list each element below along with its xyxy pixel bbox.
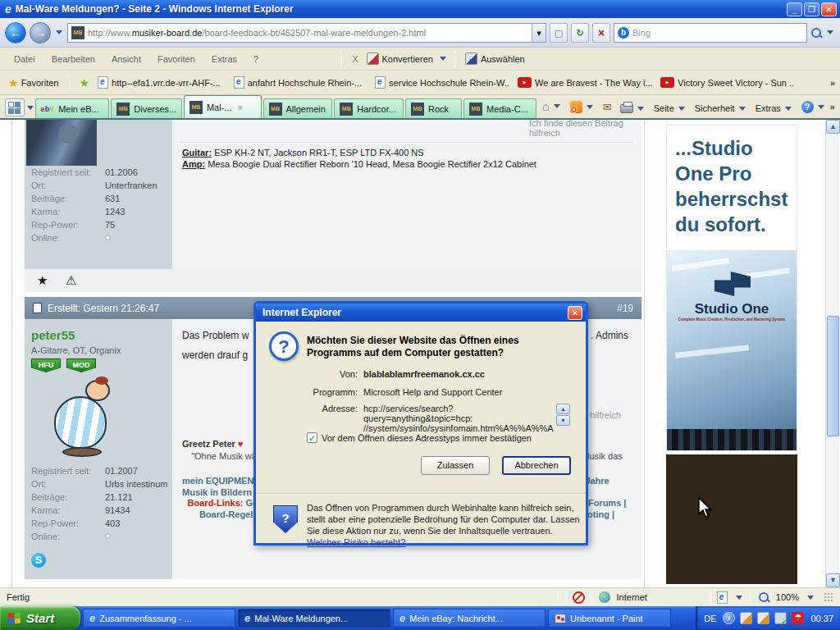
confirm-checkbox[interactable]: ✓ xyxy=(307,432,317,443)
convert-dropdown-icon[interactable] xyxy=(440,57,446,61)
history-dropdown-icon[interactable] xyxy=(56,30,62,34)
commandbar-overflow-icon[interactable]: » xyxy=(830,102,835,112)
window-titlebar[interactable]: e Mal-Ware Meldungen? - Seite 2 - Window… xyxy=(0,0,840,18)
read-mail-button[interactable]: ✉ xyxy=(599,98,616,116)
tab-malware-active[interactable]: MBMal-...× xyxy=(184,95,262,118)
zoom-level[interactable]: 100% xyxy=(776,592,799,602)
taskbar-task-zusammenfassung[interactable]: eZusammenfassung - ... xyxy=(83,609,235,628)
help-button[interactable]: ? xyxy=(797,98,830,116)
tab-media-c[interactable]: MBMedia-C... xyxy=(463,98,536,118)
signature-greeting: Greetz Peter ♥ xyxy=(182,439,243,449)
zoom-icon[interactable] xyxy=(758,591,769,603)
close-button[interactable]: ✕ xyxy=(821,2,837,16)
menu-ansicht[interactable]: Ansicht xyxy=(104,52,148,66)
dark-ad[interactable] xyxy=(666,454,797,584)
post-username[interactable]: peter55 xyxy=(31,328,75,342)
helpful-link-fragment[interactable]: g hilfreich xyxy=(582,410,621,420)
prev-post-profile-panel: Registriert seit: 01.2006 Ort: Unterfran… xyxy=(25,120,172,269)
von-value: blablablamrfreemanok.cx.cc xyxy=(363,369,485,379)
avira-tray-icon[interactable]: ☂ xyxy=(792,612,804,624)
language-indicator[interactable]: DE xyxy=(704,614,716,623)
favorites-button[interactable]: ★ Favoriten xyxy=(5,75,62,91)
stop-button[interactable]: × xyxy=(592,23,610,43)
search-button-icon[interactable] xyxy=(810,27,822,39)
favorite-link[interactable]: ▶We are Bravest - The Way i... xyxy=(513,75,652,90)
scroll-thumb[interactable] xyxy=(827,316,839,436)
tab-diverses[interactable]: MBDiverses... xyxy=(111,98,182,118)
menu-hilfe[interactable]: ? xyxy=(246,52,266,66)
menu-bearbeiten[interactable]: Bearbeiten xyxy=(44,52,103,66)
start-button[interactable]: Start xyxy=(0,606,80,630)
dialog-titlebar[interactable]: Internet Explorer ✕ xyxy=(256,304,586,322)
convert-button[interactable]: Konvertieren xyxy=(363,51,436,66)
favorite-link[interactable]: service Hochschule Rhein-W... xyxy=(370,74,509,91)
java-tray-icon[interactable] xyxy=(757,612,769,624)
vertical-scrollbar[interactable]: ▲ ▼ xyxy=(825,120,839,587)
cancel-button[interactable]: Abbrechen xyxy=(502,456,571,475)
dialog-body: ? Möchten Sie dieser Website das Öffnen … xyxy=(256,322,586,543)
menu-favoriten[interactable]: Favoriten xyxy=(150,52,203,66)
minimize-button[interactable]: _ xyxy=(787,2,802,16)
avatar-image[interactable] xyxy=(26,120,97,166)
select-button[interactable]: Auswählen xyxy=(462,51,528,66)
tab-rock[interactable]: MBRock xyxy=(405,98,462,118)
home-button[interactable]: ⌂ xyxy=(538,97,566,116)
allow-button[interactable]: Zulassen xyxy=(421,456,490,475)
tab-close-icon[interactable]: × xyxy=(238,103,243,112)
restore-button[interactable]: ❐ xyxy=(804,2,819,16)
resize-grip[interactable] xyxy=(824,592,833,602)
compatibility-view-button[interactable]: ▢ xyxy=(550,23,568,43)
report-warning-icon[interactable]: ⚠ xyxy=(66,273,76,288)
pdfbar-close-button[interactable]: X xyxy=(349,52,361,66)
dialog-close-button[interactable]: ✕ xyxy=(568,306,582,320)
risk-link[interactable]: Welches Risiko besteht? xyxy=(307,537,405,547)
mb-favicon: MB xyxy=(116,103,130,116)
avatar-obelix[interactable] xyxy=(48,378,130,460)
favorite-link[interactable]: anfahrt Hochschule Rhein-... xyxy=(229,74,367,91)
back-button[interactable]: ← xyxy=(5,22,26,43)
rate-star-icon[interactable]: ★ xyxy=(37,273,48,288)
search-dropdown-icon[interactable] xyxy=(827,30,833,34)
safety-menu-button[interactable]: Sicherheit xyxy=(691,101,751,116)
taskbar-task-malware-active[interactable]: eMal-Ware Meldungen... xyxy=(238,609,390,628)
address-dropdown-button[interactable]: ▾ xyxy=(532,24,546,42)
menu-extras[interactable]: Extras xyxy=(204,52,244,66)
tab-allgemein[interactable]: MBAllgemein xyxy=(263,98,333,118)
address-bar[interactable]: MB http://www.musiker-board.de/board-fee… xyxy=(67,23,546,43)
protected-mode-icon[interactable] xyxy=(717,591,728,604)
skype-icon[interactable]: S xyxy=(31,553,46,568)
updates-tray-icon[interactable] xyxy=(774,612,787,624)
scroll-down-small-button[interactable]: ▼ xyxy=(556,415,570,426)
confirm-checkbox-label[interactable]: Vor dem Öffnen dieses Adresstyps immer b… xyxy=(322,433,532,443)
scroll-up-small-button[interactable]: ▲ xyxy=(556,404,570,414)
favorite-link[interactable]: http--efa1.vrr.de-vrr-AHF-... xyxy=(93,74,226,91)
taskbar-task-ebay[interactable]: eMein eBay: Nachricht... xyxy=(393,609,546,628)
tray-collapse-icon[interactable]: ‹ xyxy=(723,612,735,624)
menu-datei[interactable]: Datei xyxy=(7,52,43,66)
search-value[interactable]: Bing xyxy=(632,28,651,38)
url-text[interactable]: http://www.musiker-board.de/board-feedba… xyxy=(88,28,426,38)
favorite-link[interactable]: ▶Victory Sweet Victory - Sun ... xyxy=(655,75,795,90)
scroll-down-button[interactable]: ▼ xyxy=(826,573,840,587)
print-button[interactable] xyxy=(616,102,650,116)
forward-button[interactable]: → xyxy=(30,22,51,43)
taskbar-task-paint[interactable]: Unbenannt - Paint xyxy=(548,609,671,628)
tab-list-dropdown-icon[interactable] xyxy=(27,106,34,110)
add-favorite-icon[interactable]: ★ xyxy=(79,76,89,89)
favorites-overflow-icon[interactable]: » xyxy=(830,78,835,88)
scroll-up-button[interactable]: ▲ xyxy=(826,120,840,134)
java-tray-icon[interactable] xyxy=(740,612,752,624)
protected-mode-dropdown-icon[interactable] xyxy=(736,596,742,600)
helpful-link[interactable]: Ich finde diesen Beitrag hilfreich xyxy=(529,120,641,138)
search-box[interactable]: b Bing xyxy=(614,23,807,43)
refresh-button[interactable]: ↻ xyxy=(571,23,589,43)
tab-hardcore[interactable]: MBHardcor... xyxy=(334,98,404,118)
tools-menu-button[interactable]: Extras xyxy=(751,101,797,116)
tab-mein-ebay[interactable]: ebYMein eB... xyxy=(35,98,110,118)
page-menu-button[interactable]: Seite xyxy=(650,101,691,116)
quick-tabs-button[interactable] xyxy=(5,98,25,116)
post-number[interactable]: #19 xyxy=(617,303,633,314)
feeds-button[interactable] xyxy=(566,98,599,116)
zoom-dropdown-icon[interactable] xyxy=(807,596,814,600)
studio-one-ad[interactable]: ...Studio One Pro beherrschst du sofort.… xyxy=(666,125,797,451)
